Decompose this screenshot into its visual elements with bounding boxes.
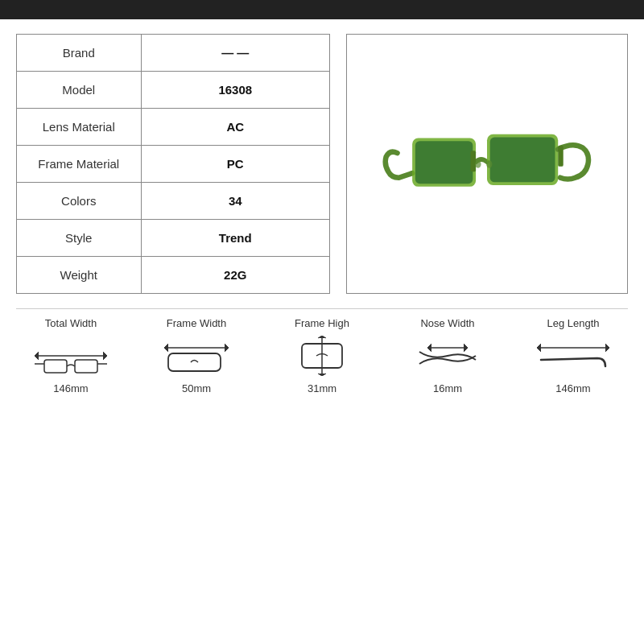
measurements-section: Total Width 146mm Frame Width xyxy=(0,309,644,402)
table-row: Lens Material AC xyxy=(17,109,330,146)
svg-rect-14 xyxy=(168,353,221,371)
product-image xyxy=(382,84,592,245)
measure-value-1: 50mm xyxy=(182,382,211,394)
measure-value-2: 31mm xyxy=(308,382,336,394)
measure-icon-frame-width xyxy=(160,336,233,376)
table-row: Model 16308 xyxy=(17,72,330,109)
table-label-6: Weight xyxy=(17,257,142,294)
measure-icon-leg-length xyxy=(537,336,609,376)
measure-value-4: 146mm xyxy=(555,382,590,394)
svg-rect-9 xyxy=(44,360,67,373)
svg-rect-5 xyxy=(558,145,564,166)
measure-icon-total-width xyxy=(35,336,107,376)
table-row: Frame Material PC xyxy=(17,146,330,183)
table-value-0: — — xyxy=(141,35,329,72)
measure-item-frame-high: Frame High 31mm xyxy=(270,317,374,394)
measure-item-nose-width: Nose Width 16mm xyxy=(395,317,500,394)
svg-rect-1 xyxy=(415,141,473,184)
svg-rect-4 xyxy=(471,151,477,171)
measure-icon-nose-width xyxy=(411,336,484,376)
measure-label-2: Frame High xyxy=(295,317,349,329)
table-label-2: Lens Material xyxy=(17,109,142,146)
measure-label-1: Frame Width xyxy=(167,317,226,329)
svg-point-7 xyxy=(486,160,492,167)
table-label-1: Model xyxy=(17,72,142,109)
table-value-1: 16308 xyxy=(141,72,329,109)
measure-value-3: 16mm xyxy=(433,382,462,394)
measure-value-0: 146mm xyxy=(53,382,88,394)
page-header xyxy=(0,0,644,19)
svg-point-6 xyxy=(475,160,481,167)
table-value-6: 22G xyxy=(141,257,329,294)
table-row: Weight 22G xyxy=(17,257,330,294)
table-row: Brand — — xyxy=(17,35,330,72)
product-info-table: Brand — — Model 16308 Lens Material AC F… xyxy=(16,34,330,294)
measure-label-0: Total Width xyxy=(45,317,97,329)
table-value-4: 34 xyxy=(141,183,329,220)
measure-icon-frame-high xyxy=(286,336,358,376)
product-image-container xyxy=(346,34,628,294)
table-row: Style Trend xyxy=(17,220,330,257)
table-row: Colors 34 xyxy=(17,183,330,220)
main-content: Brand — — Model 16308 Lens Material AC F… xyxy=(0,19,644,308)
measure-label-3: Nose Width xyxy=(420,317,474,329)
measure-item-frame-width: Frame Width 50mm xyxy=(144,317,249,394)
measure-label-4: Leg Length xyxy=(547,317,599,329)
table-label-4: Colors xyxy=(17,183,142,220)
table-label-5: Style xyxy=(17,220,142,257)
measure-item-total-width: Total Width 146mm xyxy=(19,317,123,394)
table-value-3: PC xyxy=(141,146,329,183)
table-label-0: Brand xyxy=(17,35,142,72)
table-value-2: AC xyxy=(141,109,329,146)
table-value-5: Trend xyxy=(141,220,329,257)
svg-rect-10 xyxy=(75,360,97,373)
svg-rect-3 xyxy=(490,137,555,182)
table-label-3: Frame Material xyxy=(17,146,142,183)
measure-item-leg-length: Leg Length 146mm xyxy=(521,317,625,394)
